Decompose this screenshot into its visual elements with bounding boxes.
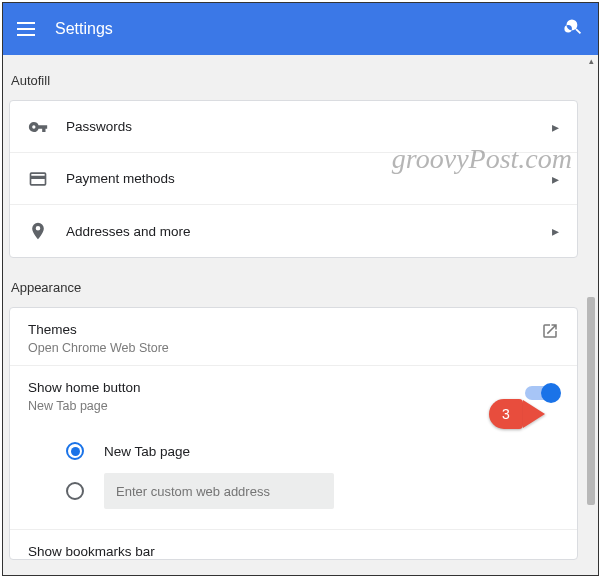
- custom-url-input[interactable]: [104, 473, 334, 509]
- row-themes[interactable]: Themes Open Chrome Web Store: [10, 308, 577, 365]
- radio-custom[interactable]: [66, 471, 559, 511]
- chevron-right-icon: ▸: [552, 171, 559, 187]
- radio-icon: [66, 482, 84, 500]
- row-addresses[interactable]: Addresses and more ▸: [10, 205, 577, 257]
- section-label-appearance: Appearance: [5, 262, 582, 307]
- home-button-options: New Tab page: [10, 423, 577, 529]
- chevron-right-icon: ▸: [552, 223, 559, 239]
- location-icon: [28, 219, 56, 243]
- home-button-title: Show home button: [28, 380, 525, 395]
- scrollbar[interactable]: ▴: [586, 55, 596, 575]
- credit-card-icon: [28, 167, 56, 191]
- page-title: Settings: [55, 20, 113, 38]
- appearance-card: Themes Open Chrome Web Store Show home b…: [9, 307, 578, 560]
- themes-title: Themes: [28, 322, 541, 337]
- menu-icon[interactable]: [17, 19, 37, 39]
- home-button-toggle[interactable]: [525, 386, 559, 400]
- row-label: Payment methods: [56, 171, 552, 186]
- settings-content: Autofill Passwords ▸ Payment methods ▸: [3, 55, 584, 575]
- radio-new-tab[interactable]: New Tab page: [66, 431, 559, 471]
- radio-icon: [66, 442, 84, 460]
- home-button-subtitle: New Tab page: [28, 399, 525, 413]
- section-label-autofill: Autofill: [5, 55, 582, 100]
- row-passwords[interactable]: Passwords ▸: [10, 101, 577, 153]
- key-icon: [28, 115, 56, 139]
- search-icon[interactable]: [564, 17, 584, 41]
- row-home-button: Show home button New Tab page: [10, 366, 577, 423]
- row-payment[interactable]: Payment methods ▸: [10, 153, 577, 205]
- chevron-right-icon: ▸: [552, 119, 559, 135]
- scroll-thumb[interactable]: [587, 297, 595, 505]
- header-bar: Settings: [3, 3, 598, 55]
- themes-subtitle: Open Chrome Web Store: [28, 341, 541, 355]
- row-label: Addresses and more: [56, 224, 552, 239]
- scroll-up-icon[interactable]: ▴: [586, 55, 596, 67]
- row-bookmarks-bar[interactable]: Show bookmarks bar: [10, 529, 577, 559]
- open-external-icon: [541, 322, 559, 344]
- radio-label: New Tab page: [104, 444, 190, 459]
- row-label: Passwords: [56, 119, 552, 134]
- autofill-card: Passwords ▸ Payment methods ▸ Addresses …: [9, 100, 578, 258]
